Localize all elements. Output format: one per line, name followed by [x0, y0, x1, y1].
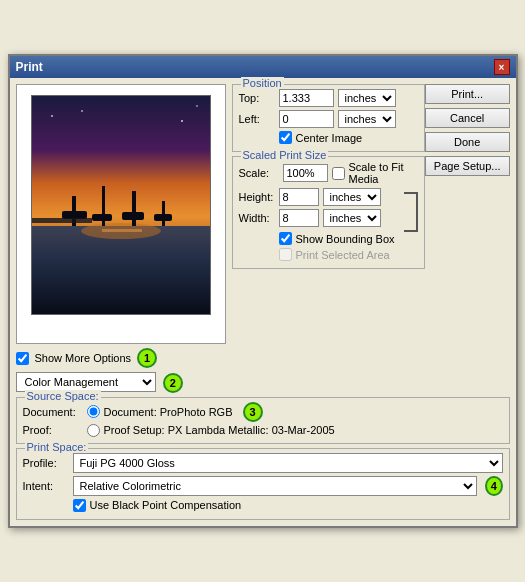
scale-to-fit-checkbox[interactable] — [332, 167, 345, 180]
link-proportions-icon[interactable] — [404, 192, 418, 232]
show-more-checkbox[interactable] — [16, 352, 29, 365]
height-input[interactable] — [279, 188, 319, 206]
center-image-label: Center Image — [296, 132, 363, 144]
left-unit-select[interactable]: inches — [338, 110, 396, 128]
bottom-section: Show More Options 1 Color Management 2 S… — [16, 348, 510, 520]
top-unit-select[interactable]: inches — [338, 89, 396, 107]
print-space-group: Print Space: Profile: Fuji PG 4000 Gloss… — [16, 448, 510, 520]
document-radio-row: Document: Document: ProPhoto RGB 3 — [23, 402, 503, 422]
preview-image — [31, 95, 211, 315]
main-settings: Position Top: inches Left: — [232, 84, 425, 344]
svg-rect-9 — [162, 201, 165, 226]
width-input[interactable] — [279, 209, 319, 227]
svg-point-16 — [196, 105, 198, 107]
top-input[interactable] — [279, 89, 334, 107]
proof-value: Proof Setup: PX Lambda Metallic: 03-Mar-… — [104, 424, 335, 436]
hw-wrapper: Height: inches Width: — [239, 188, 418, 232]
height-unit-select[interactable]: inches — [323, 188, 381, 206]
left-input[interactable] — [279, 110, 334, 128]
top-row: Top: inches — [239, 89, 418, 107]
scale-label: Scale: — [239, 167, 279, 179]
print-selected-label: Print Selected Area — [296, 249, 390, 261]
height-label: Height: — [239, 191, 275, 203]
black-point-checkbox[interactable] — [73, 499, 86, 512]
height-row: Height: inches — [239, 188, 402, 206]
profile-row: Profile: Fuji PG 4000 Gloss — [23, 453, 503, 473]
cancel-button[interactable]: Cancel — [425, 108, 510, 128]
source-space-label: Source Space: — [25, 390, 101, 402]
position-group: Position Top: inches Left: — [232, 84, 425, 152]
document-label: Document: — [23, 406, 83, 418]
print-space-label: Print Space: — [25, 441, 89, 453]
svg-rect-7 — [132, 191, 136, 226]
svg-point-14 — [81, 110, 83, 112]
proof-label: Proof: — [23, 424, 83, 436]
badge-1: 1 — [137, 348, 157, 368]
width-label: Width: — [239, 212, 275, 224]
badge-4: 4 — [485, 476, 502, 496]
proof-radio-row: Proof: Proof Setup: PX Lambda Metallic: … — [23, 424, 503, 437]
scale-input[interactable] — [283, 164, 328, 182]
hw-fields: Height: inches Width: — [239, 188, 402, 230]
badge-2: 2 — [163, 373, 183, 393]
center-image-checkbox[interactable] — [279, 131, 292, 144]
svg-rect-8 — [122, 212, 144, 220]
show-more-label: Show More Options — [35, 352, 132, 364]
svg-rect-12 — [102, 229, 142, 232]
intent-select[interactable]: Relative Colorimetric — [73, 476, 478, 496]
svg-point-13 — [51, 115, 53, 117]
intent-label: Intent: — [23, 480, 69, 492]
page-setup-button[interactable]: Page Setup... — [425, 156, 510, 176]
black-point-row: Use Black Point Compensation — [73, 499, 503, 512]
svg-rect-6 — [92, 214, 112, 221]
center-image-row: Center Image — [279, 131, 418, 144]
scale-row: Scale: Scale to Fit Media — [239, 161, 418, 185]
action-buttons: Print... Cancel Done Page Setup... — [425, 84, 510, 344]
print-selected-row: Print Selected Area — [279, 248, 418, 261]
scaled-print-size-label: Scaled Print Size — [241, 149, 329, 161]
badge-3: 3 — [243, 402, 263, 422]
black-point-label: Use Black Point Compensation — [90, 499, 242, 511]
document-radio[interactable] — [87, 405, 100, 418]
svg-rect-10 — [154, 214, 172, 221]
print-preview — [16, 84, 226, 344]
top-label: Top: — [239, 92, 275, 104]
preview-svg — [32, 96, 210, 314]
scale-to-fit-label: Scale to Fit Media — [349, 161, 418, 185]
done-button[interactable]: Done — [425, 132, 510, 152]
document-value: Document: ProPhoto RGB — [104, 406, 233, 418]
bounding-box-row: Show Bounding Box — [279, 232, 418, 245]
left-label: Left: — [239, 113, 275, 125]
width-row: Width: inches — [239, 209, 402, 227]
profile-label: Profile: — [23, 457, 69, 469]
scaled-print-size-group: Scaled Print Size Scale: Scale to Fit Me… — [232, 156, 425, 269]
title-text: Print — [16, 60, 43, 74]
bounding-box-checkbox[interactable] — [279, 232, 292, 245]
svg-rect-4 — [62, 211, 87, 219]
print-button[interactable]: Print... — [425, 84, 510, 104]
svg-point-15 — [181, 120, 183, 122]
bounding-box-label: Show Bounding Box — [296, 233, 395, 245]
width-unit-select[interactable]: inches — [323, 209, 381, 227]
print-selected-checkbox[interactable] — [279, 248, 292, 261]
source-space-group: Source Space: Document: Document: ProPho… — [16, 397, 510, 444]
position-label: Position — [241, 77, 284, 89]
print-dialog: Print × — [8, 54, 518, 528]
left-row: Left: inches — [239, 110, 418, 128]
close-button[interactable]: × — [494, 59, 510, 75]
proof-radio[interactable] — [87, 424, 100, 437]
intent-row: Intent: Relative Colorimetric 4 — [23, 476, 503, 496]
svg-rect-11 — [32, 218, 92, 223]
profile-select[interactable]: Fuji PG 4000 Gloss — [73, 453, 503, 473]
title-bar: Print × — [10, 56, 516, 78]
svg-rect-1 — [32, 226, 210, 314]
show-more-row: Show More Options 1 — [16, 348, 510, 368]
